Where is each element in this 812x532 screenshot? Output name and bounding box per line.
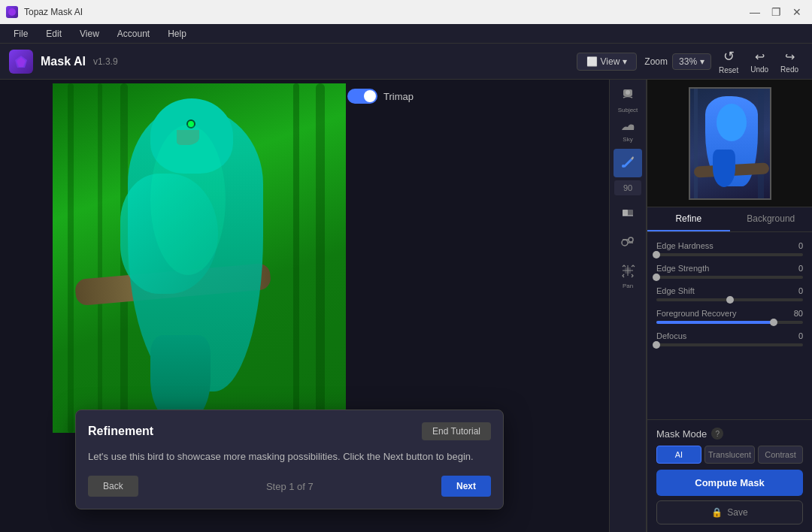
- slider-edge-hardness: Edge Hardness 0: [656, 241, 803, 256]
- tutorial-footer: Back Step 1 of 7 Next: [88, 476, 491, 497]
- undo-button[interactable]: ↩ Undo: [746, 48, 773, 75]
- title-bar: Topaz Mask AI — ❐ ✕: [0, 0, 812, 24]
- subject-icon: [620, 87, 635, 105]
- svg-point-5: [622, 165, 625, 168]
- compute-mask-button[interactable]: Compute Mask: [656, 470, 803, 496]
- svg-point-4: [626, 90, 630, 95]
- subject-label: Subject: [618, 107, 638, 113]
- slider-foreground-recovery: Foreground Recovery 80: [656, 309, 803, 324]
- menu-edit[interactable]: Edit: [38, 27, 69, 41]
- canvas-image: [53, 83, 346, 433]
- refine-icon: [620, 235, 635, 253]
- view-icon: ⬜: [586, 56, 598, 67]
- slider-edge-strength-track[interactable]: [656, 276, 803, 279]
- tutorial-overlay: Refinement End Tutorial Let's use this b…: [75, 410, 504, 510]
- menu-help[interactable]: Help: [160, 27, 194, 41]
- mask-mode-translucent-button[interactable]: Translucent: [704, 446, 755, 464]
- sky-label: Sky: [623, 136, 632, 143]
- slider-edge-hardness-track[interactable]: [656, 253, 803, 256]
- mask-mode-section: Mask Mode ? AI Translucent Contrast Comp…: [647, 419, 812, 532]
- mask-mode-header: Mask Mode ?: [656, 428, 803, 440]
- svg-rect-7: [623, 210, 628, 216]
- tutorial-text: Let's use this bird to showcase more mas…: [88, 449, 491, 464]
- menu-bar: File Edit View Account Help: [0, 24, 812, 44]
- trimap-toggle: Trimap: [347, 89, 414, 104]
- end-tutorial-button[interactable]: End Tutorial: [422, 422, 491, 440]
- brush-size-value: 90: [623, 183, 632, 192]
- thumbnail-image: [689, 87, 771, 200]
- pan-tool[interactable]: Pan: [614, 261, 642, 290]
- slider-edge-strength: Edge Strength 0: [656, 264, 803, 279]
- app-title: Mask AI: [41, 55, 86, 68]
- app-logo: [9, 50, 33, 74]
- brush-icon: [620, 154, 635, 172]
- slider-edge-shift-track[interactable]: [656, 298, 803, 301]
- svg-point-11: [629, 237, 633, 242]
- pan-icon: [620, 263, 635, 281]
- eraser-icon: [620, 204, 635, 222]
- tutorial-back-button[interactable]: Back: [88, 476, 138, 497]
- menu-account[interactable]: Account: [110, 27, 157, 41]
- mask-mode-title: Mask Mode: [656, 428, 707, 440]
- view-button[interactable]: ⬜ View ▾: [577, 53, 638, 71]
- app-version: v1.3.9: [93, 56, 118, 67]
- lock-icon: 🔒: [711, 507, 723, 518]
- zoom-value[interactable]: 33% ▾: [672, 53, 711, 70]
- redo-icon: ↪: [785, 50, 795, 64]
- chevron-down-icon: ▾: [700, 56, 704, 67]
- slider-defocus: Defocus 0: [656, 331, 803, 346]
- reset-button[interactable]: ↺ Reset: [719, 48, 738, 74]
- tab-background[interactable]: Background: [730, 207, 813, 231]
- tutorial-title: Refinement: [88, 425, 153, 438]
- subject-tool[interactable]: Subject: [614, 86, 642, 114]
- maximize-button[interactable]: ❐: [767, 3, 785, 21]
- save-button[interactable]: 🔒 Save: [656, 500, 803, 524]
- slider-defocus-track[interactable]: [656, 343, 803, 346]
- tool-bar: Subject Sky 90: [609, 80, 647, 532]
- right-panel: Refine Background Edge Hardness 0 Edg: [647, 80, 812, 532]
- close-button[interactable]: ✕: [788, 3, 806, 21]
- tutorial-step: Step 1 of 7: [266, 481, 314, 492]
- sliders-panel: Edge Hardness 0 Edge Strength 0: [647, 232, 812, 419]
- undo-redo-controls: ↩ Undo ↪ Redo: [746, 48, 803, 75]
- window-title: Topaz Mask AI: [24, 7, 740, 17]
- thumbnail-area: [647, 80, 812, 207]
- menu-file[interactable]: File: [6, 27, 35, 41]
- mask-mode-buttons: AI Translucent Contrast: [656, 446, 803, 464]
- svg-rect-13: [625, 268, 631, 274]
- slider-foreground-recovery-track[interactable]: [656, 321, 803, 324]
- tutorial-next-button[interactable]: Next: [441, 476, 491, 497]
- sky-icon: [620, 121, 635, 135]
- redo-button[interactable]: ↪ Redo: [776, 48, 803, 75]
- window-controls: — ❐ ✕: [746, 3, 806, 21]
- svg-point-9: [622, 240, 628, 246]
- tutorial-header: Refinement End Tutorial: [88, 422, 491, 440]
- menu-view[interactable]: View: [72, 27, 107, 41]
- brush-tool[interactable]: [614, 149, 642, 177]
- chevron-down-icon: ▾: [623, 56, 627, 67]
- panel-tabs: Refine Background: [647, 207, 812, 232]
- mask-mode-help-button[interactable]: ?: [711, 428, 723, 440]
- sky-tool[interactable]: Sky: [614, 117, 642, 146]
- svg-point-0: [8, 8, 16, 16]
- trimap-switch[interactable]: [347, 89, 377, 104]
- tab-refine[interactable]: Refine: [647, 207, 730, 231]
- zoom-control: Zoom 33% ▾: [644, 53, 711, 70]
- eraser-tool[interactable]: [614, 198, 642, 227]
- refine-tool[interactable]: [614, 230, 642, 258]
- mask-mode-ai-button[interactable]: AI: [656, 446, 701, 464]
- pan-label: Pan: [623, 283, 633, 289]
- reset-icon: ↺: [723, 48, 735, 65]
- brush-size[interactable]: 90: [614, 180, 641, 195]
- mask-mode-contrast-button[interactable]: Contrast: [758, 446, 803, 464]
- minimize-button[interactable]: —: [746, 3, 764, 21]
- toggle-knob: [364, 90, 376, 102]
- app-icon: [6, 6, 18, 18]
- trimap-label: Trimap: [383, 91, 414, 102]
- undo-icon: ↩: [755, 50, 765, 64]
- slider-edge-shift: Edge Shift 0: [656, 286, 803, 301]
- app-header: Mask AI v1.3.9 ⬜ View ▾ Zoom 33% ▾ ↺ Res…: [0, 44, 812, 80]
